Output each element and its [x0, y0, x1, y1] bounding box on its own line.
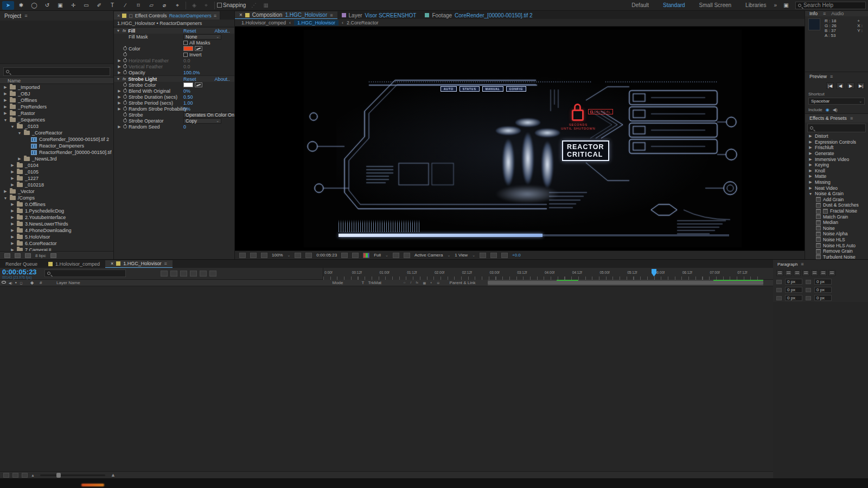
effects-presets-item[interactable]: ▶Missing — [805, 179, 868, 185]
effect-property-row[interactable]: Strobe Color — [114, 82, 234, 88]
tree-item[interactable]: ▶6.CoreReactor — [0, 240, 113, 247]
tree-item[interactable]: ▶_0105 — [0, 169, 113, 175]
tree-item[interactable]: ▶_Vector — [0, 188, 113, 195]
timeline-button-icon[interactable] — [480, 253, 486, 258]
twirl-icon[interactable]: ▶ — [117, 95, 122, 99]
monitor-icon[interactable] — [250, 253, 257, 258]
indent-right-field[interactable]: 0 px — [814, 279, 832, 285]
property-value[interactable]: 0% — [183, 88, 190, 94]
effect-controls-menu-icon[interactable]: ≡ — [214, 13, 216, 18]
puppet-pin-tool[interactable]: ⌖ — [171, 1, 183, 10]
hide-shy-layers-icon[interactable] — [180, 271, 187, 277]
color-swatch[interactable] — [183, 46, 193, 51]
twirl-icon[interactable]: ▶ — [3, 92, 8, 96]
draft-3d-icon[interactable] — [170, 271, 177, 277]
twirl-icon[interactable]: ▶ — [117, 59, 122, 63]
property-dropdown[interactable]: None⌄ — [183, 34, 221, 40]
property-value[interactable]: 0 — [183, 124, 186, 130]
effects-presets-item[interactable]: Fractal Noise — [805, 208, 868, 214]
reset-exposure-icon[interactable] — [501, 253, 508, 258]
effect-property-row[interactable]: ▶Vertical Feather0.0 — [114, 63, 234, 69]
checkbox[interactable] — [183, 41, 188, 45]
preview-menu-icon[interactable]: ≡ — [830, 74, 833, 79]
workspace-small-screen[interactable]: Small Screen — [699, 2, 731, 8]
indent-left-field[interactable]: 0 px — [785, 279, 802, 285]
viewer-menu-icon[interactable]: ≡ — [330, 12, 333, 18]
mask-feather-icon[interactable]: ◈ — [188, 1, 200, 10]
new-folder-icon[interactable] — [15, 253, 21, 258]
exposure-value[interactable]: +0.0 — [512, 253, 521, 258]
twirl-icon[interactable]: ▶ — [808, 174, 813, 178]
effect-about-link[interactable]: About.. — [214, 76, 230, 82]
twirl-icon[interactable]: ▶ — [3, 85, 8, 89]
timeline-search-input[interactable] — [44, 269, 126, 277]
effects-presets-item[interactable]: Noise HLS Auto — [805, 242, 868, 248]
tree-item[interactable]: ▶0.Offlines — [0, 201, 113, 208]
effects-presets-item[interactable]: ▶Distort — [805, 133, 868, 139]
effects-presets-item[interactable]: ▶Expression Controls — [805, 139, 868, 145]
tree-item[interactable]: ▶3.NewsLowerThirds — [0, 221, 113, 227]
region-of-interest-icon[interactable] — [305, 253, 312, 258]
tree-item[interactable]: ▶5.HoloVisor — [0, 234, 113, 240]
effects-presets-item[interactable]: ▶Keying — [805, 162, 868, 168]
timeline-tab[interactable]: 1.Holovisor_comped — [43, 260, 105, 268]
view-layout-dropdown[interactable]: 1 View — [455, 253, 468, 258]
effect-property-row[interactable]: ▶Opacity100.0% — [114, 69, 234, 75]
twirl-icon[interactable]: ▼ — [10, 125, 15, 129]
channel-icon[interactable] — [363, 253, 369, 258]
expand-layer-switches-icon[interactable] — [3, 473, 9, 478]
property-value[interactable]: 0% — [183, 106, 190, 112]
effect-property-row[interactable]: Fill MaskNone⌄ — [114, 34, 234, 40]
tree-item[interactable]: ▶_010218 — [0, 182, 113, 188]
effects-presets-item[interactable]: Median — [805, 220, 868, 226]
twirl-icon[interactable]: ▶ — [117, 65, 122, 69]
effects-presets-item[interactable]: ▶Knoll — [805, 168, 868, 174]
timeline-menu-icon[interactable]: ≡ — [164, 261, 167, 266]
effect-controls-tab[interactable]: × ◻ Effect Controls ReactorDampeners ≡ — [114, 11, 220, 20]
twirl-icon[interactable]: ▼ — [3, 196, 8, 200]
tree-item[interactable]: ▶4.PhoneDownloading — [0, 227, 113, 234]
viewer-current-time[interactable]: 0:00:05:23 — [316, 253, 337, 258]
tree-item[interactable]: Reactor_Dampeners — [0, 143, 113, 149]
twirl-icon[interactable]: ▶ — [808, 140, 813, 144]
rotate-tool[interactable]: ↺ — [41, 1, 53, 10]
grid-guides-icon[interactable] — [295, 253, 301, 258]
twirl-icon[interactable]: ▶ — [3, 105, 8, 109]
tree-item[interactable]: ▼_CoreReactor — [0, 130, 113, 136]
camera-dropdown[interactable]: Active Camera — [414, 253, 443, 258]
workspace-standard[interactable]: Standard — [663, 2, 685, 8]
interpret-footage-icon[interactable] — [4, 253, 10, 258]
project-search-input[interactable] — [3, 67, 110, 76]
twirl-icon[interactable]: ▶ — [117, 107, 122, 111]
effects-presets-item[interactable]: Noise HLS — [805, 237, 868, 243]
effect-property-row[interactable]: Strobe OperatorCopy⌄ — [114, 118, 234, 124]
snapshot-icon[interactable] — [341, 253, 348, 258]
twirl-icon[interactable]: ▶ — [10, 163, 15, 168]
info-tab[interactable]: Info — [809, 11, 818, 16]
snapping-checkbox[interactable] — [217, 3, 222, 8]
twirl-icon[interactable]: ▶ — [3, 189, 8, 194]
effects-presets-item[interactable]: ▶Immersive Video — [805, 156, 868, 162]
tree-item[interactable]: ▼_0103 — [0, 123, 113, 130]
effects-presets-item[interactable]: ▶Neat Video — [805, 185, 868, 191]
twirl-icon[interactable]: ▶ — [808, 163, 813, 167]
tree-item[interactable]: ▶_1227 — [0, 175, 113, 182]
effect-reset-link[interactable]: Reset — [183, 76, 196, 82]
twirl-icon[interactable]: ▶ — [10, 176, 15, 181]
clone-stamp-tool[interactable]: ⌑ — [132, 1, 144, 10]
workspace-overflow-chevron[interactable]: » — [774, 2, 777, 8]
twirl-icon[interactable]: ▶ — [808, 145, 813, 150]
twirl-icon[interactable]: ▶ — [3, 111, 8, 115]
zoom-slider-thumb[interactable] — [56, 473, 61, 478]
tree-item[interactable]: ▶_Imported — [0, 84, 113, 91]
align-center-button[interactable] — [785, 270, 792, 276]
twirl-icon[interactable]: ▶ — [10, 215, 15, 220]
effects-presets-item[interactable]: Add Grain — [805, 197, 868, 203]
include-audio-icon[interactable]: ◀) — [833, 107, 838, 112]
stopwatch-icon[interactable] — [123, 59, 127, 62]
twirl-icon[interactable]: ▶ — [808, 180, 813, 184]
effect-reset-link[interactable]: Reset — [183, 28, 196, 34]
twirl-icon[interactable]: ▼ — [808, 192, 813, 196]
effect-property-row[interactable]: All Masks — [114, 40, 234, 46]
space-before-field[interactable]: 0 px — [814, 287, 832, 293]
